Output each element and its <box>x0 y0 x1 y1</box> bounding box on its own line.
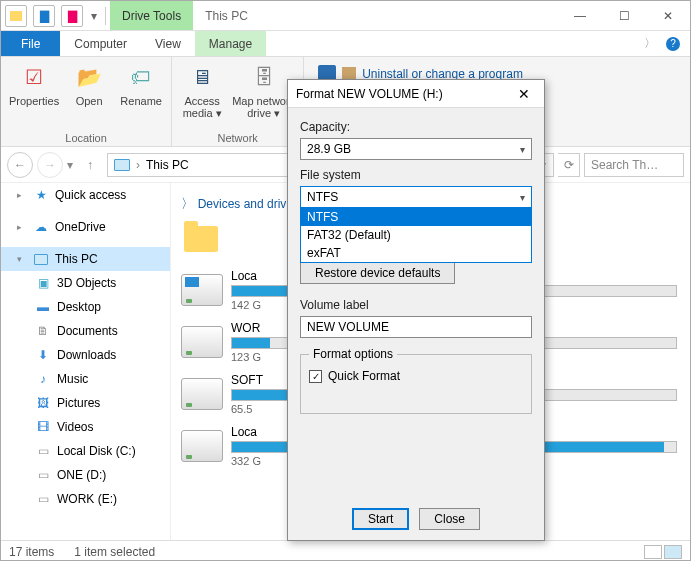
tab-manage[interactable]: Manage <box>195 31 266 56</box>
nav-videos[interactable]: 🎞Videos <box>1 415 170 439</box>
nav-label: Documents <box>57 324 118 338</box>
nav-label: This PC <box>55 252 98 266</box>
tab-view[interactable]: View <box>141 31 195 56</box>
view-icons-button[interactable] <box>664 545 682 559</box>
nav-work-e[interactable]: ▭WORK (E:) <box>1 487 170 511</box>
cloud-icon: ☁ <box>33 219 49 235</box>
qat-icon-1[interactable] <box>5 5 27 27</box>
qat-icon-3[interactable]: ▇ <box>61 5 83 27</box>
map-drive-icon: 🗄 <box>248 61 280 93</box>
breadcrumb-thispc[interactable]: This PC <box>146 158 189 172</box>
nav-music[interactable]: ♪Music <box>1 367 170 391</box>
tab-computer[interactable]: Computer <box>60 31 141 56</box>
media-icon: 🖥 <box>186 61 218 93</box>
start-button[interactable]: Start <box>352 508 409 530</box>
nav-back-button[interactable]: ← <box>7 152 33 178</box>
nav-local-c[interactable]: ▭Local Disk (C:) <box>1 439 170 463</box>
capacity-label: Capacity: <box>300 120 532 134</box>
access-media-button[interactable]: 🖥 Access media ▾ <box>180 61 224 132</box>
filesystem-dropdown: NTFS FAT32 (Default) exFAT <box>300 207 532 263</box>
dialog-titlebar: Format NEW VOLUME (H:) ✕ <box>288 80 544 108</box>
star-icon: ★ <box>33 187 49 203</box>
drive-icon: ▭ <box>35 491 51 507</box>
thispc-icon <box>114 159 130 171</box>
dialog-close-button[interactable]: ✕ <box>512 86 536 102</box>
folder-icon <box>181 219 221 259</box>
cube-icon: ▣ <box>35 275 51 291</box>
doc-icon: ▇ <box>68 9 77 23</box>
qat-icon-2[interactable]: ▇ <box>33 5 55 27</box>
minimize-button[interactable]: — <box>558 1 602 30</box>
videos-icon: 🎞 <box>35 419 51 435</box>
monitor-icon <box>33 251 49 267</box>
documents-icon: 🗎 <box>35 323 51 339</box>
nav-up-button[interactable]: ↑ <box>77 152 103 178</box>
rename-button[interactable]: 🏷 Rename <box>119 61 163 132</box>
desktop-icon: ▬ <box>35 299 51 315</box>
open-icon: 📂 <box>73 61 105 93</box>
quick-format-checkbox[interactable]: ✓ Quick Format <box>309 369 523 383</box>
rename-icon: 🏷 <box>125 61 157 93</box>
maximize-button[interactable]: ☐ <box>602 1 646 30</box>
downloads-icon: ⬇ <box>35 347 51 363</box>
drive-icon <box>181 274 223 306</box>
close-button[interactable]: ✕ <box>646 1 690 30</box>
drive-icon <box>181 378 223 410</box>
title-bar: ▇ ▇ ▾ Drive Tools This PC — ☐ ✕ <box>1 1 690 31</box>
capacity-select[interactable]: 28.9 GB ▾ <box>300 138 532 160</box>
nav-recent-dropdown[interactable]: ▾ <box>67 158 73 172</box>
status-selection: 1 item selected <box>74 545 155 559</box>
close-button[interactable]: Close <box>419 508 480 530</box>
nav-onedrive[interactable]: ▸☁OneDrive <box>1 215 170 239</box>
nav-label: Desktop <box>57 300 101 314</box>
rename-label: Rename <box>120 95 162 107</box>
nav-forward-button[interactable]: → <box>37 152 63 178</box>
nav-one-d[interactable]: ▭ONE (D:) <box>1 463 170 487</box>
format-options-label: Format options <box>309 347 397 361</box>
nav-documents[interactable]: 🗎Documents <box>1 319 170 343</box>
fs-option-exfat[interactable]: exFAT <box>301 244 531 262</box>
properties-label: Properties <box>9 95 59 107</box>
window-title: This PC <box>193 1 558 30</box>
status-bar: 17 items 1 item selected <box>1 540 690 561</box>
nav-label: Quick access <box>55 188 126 202</box>
map-drive-button[interactable]: 🗄 Map network drive ▾ <box>232 61 295 132</box>
breadcrumb-sep: › <box>136 158 140 172</box>
nav-desktop[interactable]: ▬Desktop <box>1 295 170 319</box>
properties-button[interactable]: ☑ Properties <box>9 61 59 132</box>
nav-label: WORK (E:) <box>57 492 117 506</box>
window-controls: — ☐ ✕ <box>558 1 690 30</box>
view-details-button[interactable] <box>644 545 662 559</box>
nav-thispc[interactable]: ▾This PC <box>1 247 170 271</box>
ribbon-collapse-icon[interactable]: 〉 <box>644 35 656 52</box>
nav-quick-access[interactable]: ▸★Quick access <box>1 183 170 207</box>
dialog-title: Format NEW VOLUME (H:) <box>296 87 443 101</box>
refresh-button[interactable]: ⟳ <box>558 153 580 177</box>
open-button[interactable]: 📂 Open <box>67 61 111 132</box>
properties-icon: ☑ <box>18 61 50 93</box>
help-icon[interactable]: ? <box>666 37 680 51</box>
restore-defaults-button[interactable]: Restore device defaults <box>300 262 455 284</box>
fs-option-ntfs[interactable]: NTFS <box>301 208 531 226</box>
qat-dropdown[interactable]: ▾ <box>89 9 99 23</box>
nav-pictures[interactable]: 🖼Pictures <box>1 391 170 415</box>
drive-icon <box>181 326 223 358</box>
drive-icon: ▭ <box>35 467 51 483</box>
filesystem-select[interactable]: NTFS ▾ NTFS FAT32 (Default) exFAT <box>300 186 532 208</box>
nav-downloads[interactable]: ⬇Downloads <box>1 343 170 367</box>
ribbon-group-location: ☑ Properties 📂 Open 🏷 Rename Location <box>1 57 172 146</box>
checkbox-icon: ✓ <box>309 370 322 383</box>
tab-file[interactable]: File <box>1 31 60 56</box>
access-media-label: Access media ▾ <box>183 95 222 119</box>
pictures-icon: 🖼 <box>35 395 51 411</box>
chevron-down-icon: ▾ <box>520 144 525 155</box>
fs-option-fat32[interactable]: FAT32 (Default) <box>301 226 531 244</box>
quick-access-toolbar: ▇ ▇ ▾ <box>1 1 110 30</box>
volume-label-input[interactable]: NEW VOLUME <box>300 316 532 338</box>
nav-label: 3D Objects <box>57 276 116 290</box>
filesystem-label: File system <box>300 168 532 182</box>
search-input[interactable]: Search Th… <box>584 153 684 177</box>
nav-3d-objects[interactable]: ▣3D Objects <box>1 271 170 295</box>
nav-label: Downloads <box>57 348 116 362</box>
check-icon: ▇ <box>40 9 49 23</box>
